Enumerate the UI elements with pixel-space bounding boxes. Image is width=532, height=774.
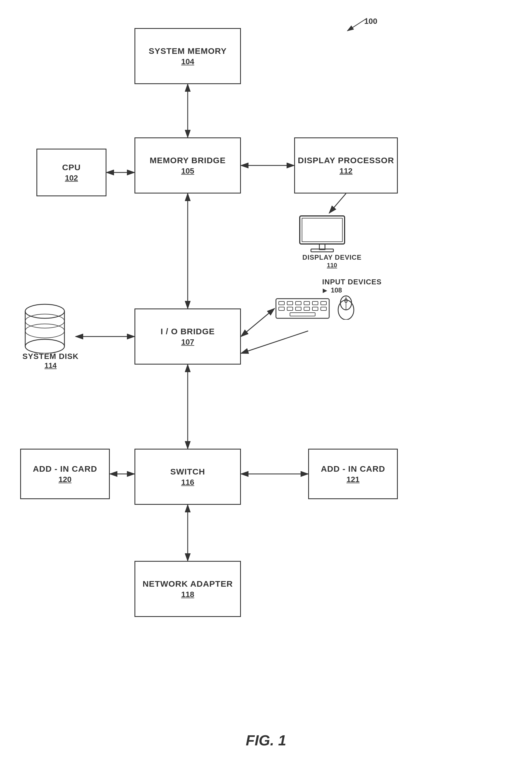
svg-point-27 (25, 324, 64, 338)
system-disk-label: SYSTEM DISK (22, 352, 79, 361)
add-in-card-120-number: 120 (59, 475, 72, 484)
svg-rect-14 (304, 307, 310, 311)
system-memory-label: SYSTEM MEMORY (149, 46, 227, 56)
cpu-label: CPU (62, 162, 81, 172)
svg-rect-17 (290, 313, 315, 316)
svg-rect-8 (304, 302, 310, 305)
cpu-number: 102 (65, 173, 78, 182)
display-device-icon (297, 213, 347, 255)
display-processor-box: DISPLAY PROCESSOR 112 (294, 137, 398, 193)
switch-label: SWITCH (170, 467, 205, 477)
memory-bridge-label: MEMORY BRIDGE (150, 155, 226, 165)
svg-rect-6 (287, 302, 293, 305)
svg-rect-13 (296, 307, 301, 311)
io-bridge-number: 107 (181, 338, 194, 347)
display-device-container: DISPLAY DEVICE 110 (297, 213, 367, 269)
memory-bridge-number: 105 (181, 166, 194, 175)
system-memory-box: SYSTEM MEMORY 104 (134, 28, 241, 84)
network-adapter-box: NETWORK ADAPTER 118 (134, 561, 241, 617)
svg-rect-15 (312, 307, 318, 311)
input-devices-label: INPUT DEVICES (322, 278, 382, 286)
display-device-label: DISPLAY DEVICE (302, 254, 361, 261)
figure-label: FIG. 1 (246, 732, 286, 749)
svg-rect-0 (300, 216, 345, 244)
svg-rect-10 (321, 302, 326, 305)
display-processor-number: 112 (340, 166, 353, 175)
svg-rect-5 (279, 302, 284, 305)
system-memory-number: 104 (181, 57, 194, 66)
arrows-svg (0, 0, 532, 757)
switch-box: SWITCH 116 (134, 449, 241, 505)
diagram: 100 SYSTEM MEMORY 104 CPU 102 MEMORY BRI… (0, 0, 532, 757)
svg-line-37 (241, 331, 308, 353)
svg-rect-9 (312, 302, 318, 305)
svg-point-23 (25, 339, 64, 353)
network-adapter-label: NETWORK ADAPTER (143, 579, 233, 589)
system-disk-container: SYSTEM DISK 114 (22, 303, 79, 370)
io-bridge-label: I / O BRIDGE (161, 326, 215, 337)
svg-rect-11 (279, 307, 284, 311)
input-devices-number: 108 (322, 286, 342, 294)
add-in-card-120-label: ADD - IN CARD (33, 464, 97, 474)
input-devices-label-container: INPUT DEVICES 108 (322, 278, 382, 294)
add-in-card-121-box: ADD - IN CARD 121 (308, 449, 398, 499)
display-processor-label: DISPLAY PROCESSOR (298, 155, 394, 165)
system-disk-number: 114 (45, 361, 57, 370)
svg-rect-7 (296, 302, 301, 305)
svg-line-36 (241, 309, 275, 337)
add-in-card-120-box: ADD - IN CARD 120 (20, 449, 110, 499)
io-bridge-box: I / O BRIDGE 107 (134, 309, 241, 365)
memory-bridge-box: MEMORY BRIDGE 105 (134, 137, 241, 193)
display-device-number: 110 (327, 262, 337, 269)
system-disk-icon (22, 303, 67, 353)
ref-100: 100 (364, 17, 377, 26)
add-in-card-121-number: 121 (347, 475, 360, 484)
add-in-card-121-label: ADD - IN CARD (321, 464, 385, 474)
keyboard-icon (275, 297, 331, 320)
switch-number: 116 (181, 478, 194, 487)
network-adapter-number: 118 (181, 590, 194, 599)
svg-line-33 (329, 193, 346, 213)
svg-rect-12 (287, 307, 293, 311)
svg-rect-3 (311, 249, 333, 252)
svg-rect-1 (302, 218, 342, 242)
mouse-icon (336, 295, 356, 320)
cpu-box: CPU 102 (36, 149, 106, 196)
svg-rect-16 (321, 307, 326, 311)
